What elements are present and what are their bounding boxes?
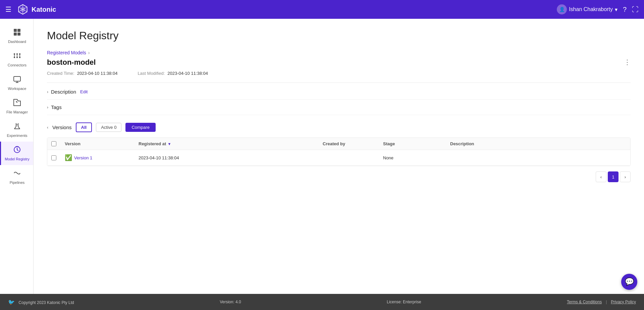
versions-section: ‹ Versions All Active 0 Compare Version (47, 118, 631, 188)
row-version-cell: ✅ Version 1 (61, 154, 135, 161)
footer-copyright: 🐦 Copyright 2023 Katonic Pty Ltd (8, 299, 74, 305)
chat-icon: 💬 (625, 277, 634, 286)
svg-rect-13 (16, 57, 18, 58)
versions-label: Versions (52, 124, 72, 130)
sidebar: Dashboard Connectors (0, 19, 34, 294)
description-row[interactable]: › Description Edit (47, 84, 631, 100)
compare-button[interactable]: Compare (125, 123, 155, 132)
footer-links: Terms & Conditions | Privacy Policy (567, 300, 636, 304)
chat-button[interactable]: 💬 (621, 274, 637, 290)
edit-description-link[interactable]: Edit (80, 89, 88, 94)
sidebar-item-dashboard[interactable]: Dashboard (0, 24, 33, 48)
created-value: 2023-04-10 11:38:04 (77, 71, 118, 76)
pipelines-label: Pipelines (10, 180, 25, 185)
sidebar-item-connectors[interactable]: Connectors (0, 48, 33, 71)
tags-row[interactable]: › Tags (47, 100, 631, 115)
sidebar-item-pipelines[interactable]: Pipelines (0, 165, 33, 189)
breadcrumb-registered-models[interactable]: Registered Models (47, 50, 86, 55)
tags-chevron-icon: › (47, 105, 48, 110)
col-header-description: Description (446, 141, 630, 146)
copyright-text: Copyright 2023 Katonic Pty Ltd (18, 300, 74, 305)
pagination: ‹ 1 › (47, 166, 631, 188)
stage-col-label: Stage (383, 141, 395, 146)
main-layout: Dashboard Connectors (0, 19, 644, 294)
divider-1 (47, 83, 631, 83)
pagination-next[interactable]: › (620, 171, 631, 182)
created-label: Created Time: (47, 71, 74, 76)
file-manager-label: File Manager (6, 110, 28, 114)
footer: 🐦 Copyright 2023 Katonic Pty Ltd Version… (0, 294, 644, 310)
model-name: boston-model (47, 58, 96, 67)
row-registered-at-cell: 2023-04-10 11:38:04 (135, 154, 319, 161)
dashboard-icon (13, 28, 21, 38)
content-area: Model Registry Registered Models › bosto… (34, 19, 644, 294)
terms-link[interactable]: Terms & Conditions (567, 300, 602, 304)
tab-active[interactable]: Active 0 (96, 123, 121, 132)
help-icon[interactable]: ? (623, 6, 627, 13)
svg-rect-6 (17, 29, 20, 32)
description-chevron-icon: › (47, 90, 48, 94)
logo: Katonic (17, 3, 56, 15)
connectors-label: Connectors (8, 63, 26, 67)
hamburger-menu[interactable]: ☰ (5, 5, 11, 13)
sort-icon: ▼ (167, 142, 171, 146)
description-label: Description (51, 89, 76, 95)
footer-separator: | (606, 300, 607, 304)
row-checkbox-cell (47, 154, 61, 161)
row-stage-cell: None (379, 154, 446, 161)
sidebar-item-model-registry[interactable]: Model Registry (0, 142, 33, 165)
topbar-right: 👤 Ishan Chakraborty ▾ ? ⛶ (557, 4, 639, 14)
pagination-page-1[interactable]: 1 (608, 171, 619, 182)
user-chevron-icon: ▾ (615, 6, 618, 13)
user-menu[interactable]: 👤 Ishan Chakraborty ▾ (557, 4, 618, 14)
experiments-icon (13, 122, 21, 132)
svg-rect-7 (14, 33, 17, 36)
table-row: ✅ Version 1 2023-04-10 11:38:04 None (47, 150, 630, 166)
footer-version: Version: 4.0 (220, 300, 241, 304)
version-1-link[interactable]: Version 1 (74, 155, 92, 160)
col-header-created-by: Created by (319, 141, 379, 146)
privacy-link[interactable]: Privacy Policy (611, 300, 636, 304)
sidebar-item-workspace[interactable]: Workspace (0, 71, 33, 95)
svg-rect-8 (17, 33, 20, 36)
breadcrumb: Registered Models › (47, 50, 631, 55)
registered-at-col-label: Registered at (139, 141, 166, 146)
more-options-icon[interactable]: ⋮ (624, 58, 631, 66)
svg-rect-5 (14, 29, 17, 32)
meta-modified: Last Modified: 2023-04-10 11:38:04 (138, 71, 208, 76)
page-title: Model Registry (47, 30, 631, 42)
workspace-icon (13, 75, 21, 85)
file-manager-icon (13, 99, 21, 109)
row-stage-value: None (383, 155, 393, 160)
svg-rect-9 (14, 53, 15, 55)
version-col-label: Version (65, 141, 80, 146)
pagination-prev[interactable]: ‹ (596, 171, 606, 182)
experiments-label: Experiments (7, 134, 27, 138)
sidebar-item-experiments[interactable]: Experiments (0, 118, 33, 142)
topbar-left: ☰ Katonic (5, 3, 56, 15)
dashboard-label: Dashboard (8, 40, 26, 44)
row-created-by-cell (319, 154, 379, 161)
col-header-version: Version (61, 141, 135, 146)
katonic-logo-small: 🐦 (8, 299, 15, 305)
col-header-stage: Stage (379, 141, 446, 146)
breadcrumb-separator: › (88, 50, 90, 55)
tab-all[interactable]: All (76, 122, 92, 132)
logo-icon (17, 3, 29, 15)
fullscreen-icon[interactable]: ⛶ (632, 6, 639, 13)
col-header-registered-at[interactable]: Registered at ▼ (135, 141, 319, 146)
select-all-checkbox[interactable] (51, 141, 56, 146)
svg-rect-11 (19, 53, 20, 55)
description-col-label: Description (450, 141, 474, 146)
created-by-col-label: Created by (323, 141, 345, 146)
versions-table: Version Registered at ▼ Created by Stage (47, 138, 631, 166)
model-meta: Created Time: 2023-04-10 11:38:04 Last M… (47, 71, 631, 76)
logo-text: Katonic (32, 6, 56, 13)
tags-label: Tags (51, 104, 62, 110)
modified-value: 2023-04-10 11:38:04 (167, 71, 208, 76)
versions-chevron-icon: ‹ (47, 125, 48, 130)
row-registered-at-value: 2023-04-10 11:38:04 (139, 155, 179, 160)
sidebar-item-file-manager[interactable]: File Manager (0, 95, 33, 118)
row-checkbox[interactable] (51, 155, 56, 160)
table-header: Version Registered at ▼ Created by Stage (47, 138, 630, 150)
